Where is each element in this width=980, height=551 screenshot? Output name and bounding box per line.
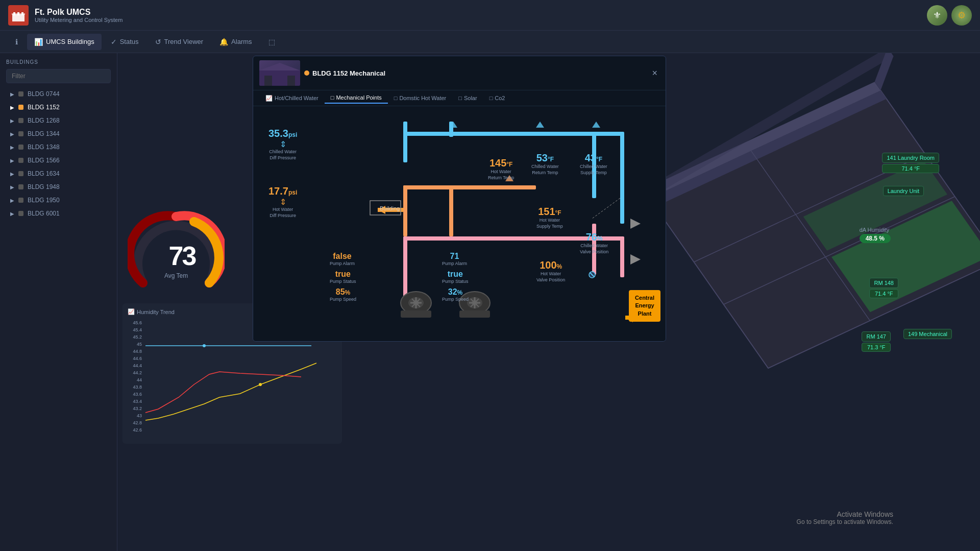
sidebar-item-bldg1948[interactable]: ▶ BLDG 1948	[6, 180, 111, 194]
chevron-icon: ▶	[10, 184, 14, 190]
bldg-1948-label: BLDG 1948	[28, 183, 60, 190]
content-area: 141 Laundry Room 71.4 °F Laundry Unit dA…	[117, 53, 980, 551]
pump1-speed: 85% Pump Speed	[330, 288, 356, 302]
gauge-svg: 7 3 Avg Tem	[128, 206, 225, 303]
svg-text:44: 44	[137, 377, 142, 382]
svg-text:45.4: 45.4	[133, 327, 142, 332]
rm148-temp: 71.4 °F	[875, 291, 893, 297]
svg-text:44.4: 44.4	[133, 363, 142, 368]
tab-co2-label: Co2	[495, 95, 505, 101]
svg-text:42.8: 42.8	[133, 420, 142, 425]
svg-rect-64	[449, 185, 536, 189]
svg-text:Avg Tem: Avg Tem	[164, 272, 188, 279]
header-badges: ⚜ ⚙	[927, 5, 972, 26]
tab-solar[interactable]: □ Solar	[452, 92, 483, 104]
bldg-1566-label: BLDG 1566	[28, 157, 60, 164]
nav-status[interactable]: ✓ Status	[104, 34, 146, 50]
mechanical-149-name: 149 Mechanical	[908, 331, 947, 337]
laundry-unit-name: Laundry Unit	[888, 188, 919, 194]
chilled-water-supply-temp: 43°F Chilled WaterSupply Temp	[580, 152, 607, 176]
sidebar-item-bldg1566[interactable]: ▶ BLDG 1566	[6, 154, 111, 167]
nav-trend-label: Trend Viewer	[164, 38, 204, 45]
bldg-status-dot	[18, 145, 23, 150]
trend-icon: ↺	[155, 38, 161, 46]
app-header: Ft. Polk UMCS Utility Metering and Contr…	[0, 0, 980, 31]
svg-text:45: 45	[137, 342, 142, 347]
sidebar-item-bldg1950[interactable]: ▶ BLDG 1950	[6, 194, 111, 207]
mechanical-149-label: 149 Mechanical	[903, 329, 952, 339]
svg-text:43.6: 43.6	[133, 392, 142, 397]
humidity-label-text: dA Humidity	[860, 227, 890, 233]
svg-text:Building: Building	[380, 205, 400, 211]
tab-co2[interactable]: □ Co2	[483, 92, 511, 104]
svg-text:45.6: 45.6	[133, 320, 142, 325]
svg-text:44.8: 44.8	[133, 349, 142, 354]
laundry-room-name: 141 Laundry Room	[887, 155, 935, 161]
sidebar-item-bldg1634[interactable]: ▶ BLDG 1634	[6, 167, 111, 180]
chw-arrows: ⇕	[268, 139, 297, 149]
bldg-status-dot	[18, 158, 23, 163]
umcs-icon: 📊	[34, 38, 43, 46]
popup-close-button[interactable]: ×	[650, 68, 659, 79]
bldg-status-dot	[18, 198, 23, 203]
tab-solar-icon: □	[458, 95, 462, 101]
building-thumbnail	[259, 60, 300, 86]
svg-rect-66	[403, 185, 454, 189]
rm147-temp: 71.3 °F	[867, 344, 886, 350]
humidity-label-area: dA Humidity 48.5 %	[860, 227, 891, 243]
sidebar-item-bldg1152[interactable]: ▶ BLDG 1152	[6, 101, 111, 114]
svg-rect-62	[620, 132, 624, 224]
rm148-label: RM 148 71.4 °F	[869, 278, 898, 298]
windows-notice-line1: Activate Windows	[797, 510, 893, 518]
sidebar-item-bldg0744[interactable]: ▶ BLDG 0744	[6, 87, 111, 101]
tab-mech-icon: □	[331, 94, 334, 101]
nav-exit[interactable]: ⬚	[261, 34, 282, 50]
chw-diff-press-label: Chilled WaterDiff Pressure	[268, 149, 297, 161]
alarms-icon: 🔔	[219, 38, 228, 46]
bldg-1348-label: BLDG 1348	[28, 143, 60, 151]
exit-icon: ⬚	[268, 38, 275, 46]
svg-point-34	[203, 344, 206, 347]
sidebar-item-bldg1344[interactable]: ▶ BLDG 1344	[6, 127, 111, 140]
bldg-6001-label: BLDG 6001	[28, 210, 60, 217]
svg-text:7: 7	[169, 241, 184, 271]
rm147-name: RM 147	[866, 333, 886, 340]
bldg-status-dot	[18, 131, 23, 136]
chevron-icon: ▶	[10, 131, 14, 137]
svg-rect-67	[403, 185, 407, 236]
nav-umcs-buildings[interactable]: 📊 UMCS Buildings	[27, 34, 102, 50]
hw-diff-press-label: Hot WaterDiff Pressure	[268, 207, 297, 219]
badge-right: ⚙	[951, 5, 972, 26]
sidebar-item-bldg1268[interactable]: ▶ BLDG 1268	[6, 114, 111, 127]
sidebar-item-bldg1348[interactable]: ▶ BLDG 1348	[6, 140, 111, 154]
bldg-status-dot	[18, 118, 23, 123]
tab-domestic-hot-water[interactable]: □ Domstic Hot Water	[388, 92, 453, 104]
bldg-1152-label: BLDG 1152	[28, 104, 60, 111]
humidity-value: 48.5 %	[866, 235, 885, 242]
pipe-diagram-svg: Building	[253, 106, 666, 341]
nav-info[interactable]: ℹ	[8, 34, 25, 50]
hw-diff-press-value: 17.7psi	[268, 185, 297, 197]
nav-trend-viewer[interactable]: ↺ Trend Viewer	[148, 34, 211, 50]
sidebar-filter-input[interactable]	[6, 69, 111, 83]
tab-mechanical-points[interactable]: □ Mechanical Points	[325, 92, 388, 104]
nav-umcs-label: UMCS Buildings	[46, 38, 94, 45]
windows-notice-line2: Go to Settings to activate Windows.	[797, 518, 893, 525]
sidebar-item-bldg6001[interactable]: ▶ BLDG 6001	[6, 207, 111, 220]
windows-notice: Activate Windows Go to Settings to activ…	[797, 510, 893, 525]
laundry-room-label: 141 Laundry Room 71.4 °F	[882, 153, 939, 173]
tab-hot-chilled-water[interactable]: 📈 Hot/Chilled Water	[259, 92, 325, 104]
app-title-block: Ft. Polk UMCS Utility Metering and Contr…	[35, 8, 122, 23]
bldg-status-dot	[18, 105, 23, 110]
tab-domestic-icon: □	[394, 95, 398, 101]
nav-alarms[interactable]: 🔔 Alarms	[212, 34, 259, 50]
svg-rect-0	[12, 14, 24, 21]
hot-water-valve-position: 100% Hot WaterValve Position	[536, 259, 565, 283]
app-logo	[8, 5, 29, 26]
bldg-status-dot	[18, 211, 23, 216]
svg-text:45.2: 45.2	[133, 334, 142, 340]
pump1-alarm: false Pump Alarm	[330, 252, 355, 266]
svg-rect-4	[12, 13, 25, 15]
svg-rect-71	[403, 236, 407, 298]
popup-header: BLDG 1152 Mechanical ×	[253, 56, 666, 90]
